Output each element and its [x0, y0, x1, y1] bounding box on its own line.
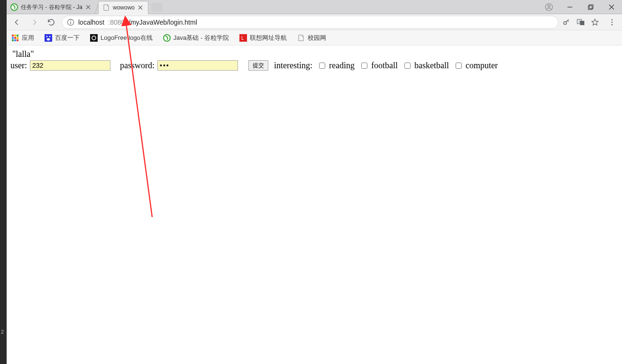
interesting-label: interesting: [274, 61, 312, 71]
checkbox-computer[interactable] [456, 63, 462, 69]
svg-point-0 [11, 4, 18, 10]
tab-1-title: wowowo [113, 4, 135, 11]
menu-icon[interactable] [608, 18, 616, 27]
gutter-line-number: 2 [1, 329, 4, 335]
svg-rect-7 [70, 22, 71, 24]
svg-point-14 [612, 24, 613, 25]
maximize-button[interactable] [580, 0, 601, 14]
user-input[interactable] [30, 60, 110, 71]
address-bar-row: localhost:8080/myJavaWeb/login.html 文 [7, 14, 622, 30]
svg-rect-4 [589, 5, 593, 9]
logofree-icon [90, 34, 98, 42]
bookmark-lenovo-label: 联想网址导航 [250, 34, 287, 42]
svg-rect-3 [588, 6, 592, 9]
omnibox-actions: 文 [562, 18, 618, 27]
bookmark-logofree-label: LogoFree logo在线 [101, 34, 153, 42]
svg-rect-24 [45, 34, 52, 42]
bookmark-java[interactable]: Java基础 - 谷粒学院 [163, 34, 229, 42]
bookmark-campus-label: 校园网 [308, 34, 326, 42]
tab-0-close-icon[interactable] [85, 4, 91, 10]
svg-rect-28 [90, 34, 98, 42]
lenovo-icon: L [239, 34, 247, 42]
new-tab-button[interactable] [151, 3, 163, 11]
url-host: localhost [78, 18, 104, 26]
tab-1[interactable]: wowowo [98, 1, 148, 14]
svg-point-8 [564, 21, 567, 24]
reload-button[interactable] [45, 16, 58, 29]
svg-text:L: L [241, 36, 244, 41]
svg-rect-22 [14, 39, 16, 41]
checkbox-basketball-label: basketball [414, 61, 449, 71]
gulixueyuan-icon [163, 34, 171, 42]
svg-point-30 [164, 35, 170, 41]
login-form: user: password: 提交 interesting: reading … [9, 60, 622, 71]
svg-rect-21 [12, 39, 14, 41]
forward-button[interactable] [27, 16, 41, 29]
apps-shortcut[interactable]: 应用 [11, 34, 34, 42]
apps-grid-icon [11, 34, 19, 42]
svg-text:文: 文 [578, 19, 581, 23]
checkbox-reading-label: reading [329, 61, 355, 71]
svg-point-13 [612, 21, 613, 23]
bookmark-logofree[interactable]: LogoFree logo在线 [90, 34, 153, 42]
heading-text: "lalla" [9, 48, 622, 60]
bookmark-baidu[interactable]: 百度一下 [45, 34, 80, 42]
page-file-icon [297, 34, 305, 42]
password-input[interactable] [157, 60, 238, 71]
checkbox-reading[interactable] [319, 63, 325, 69]
editor-gutter: 2 [0, 0, 7, 364]
baidu-icon [45, 34, 52, 42]
bookmark-baidu-label: 百度一下 [55, 34, 80, 42]
svg-rect-18 [12, 37, 14, 39]
checkbox-football[interactable] [361, 63, 367, 69]
profile-icon[interactable] [539, 0, 559, 14]
checkbox-basketball[interactable] [404, 63, 411, 69]
svg-point-12 [612, 19, 613, 20]
bookmark-java-label: Java基础 - 谷粒学院 [174, 34, 229, 42]
svg-point-25 [46, 36, 48, 37]
svg-point-27 [47, 38, 50, 40]
tab-0-title: 任务学习 - 谷粒学院 - Ja [21, 3, 82, 11]
password-label: password: [120, 61, 155, 71]
tab-0[interactable]: 任务学习 - 谷粒学院 - Ja [7, 0, 96, 14]
svg-rect-19 [14, 37, 16, 39]
close-window-button[interactable] [601, 0, 622, 14]
omnibox[interactable]: localhost:8080/myJavaWeb/login.html [62, 16, 558, 29]
apps-label: 应用 [22, 34, 34, 42]
translate-icon[interactable]: 文 [576, 18, 585, 27]
browser-window: 任务学习 - 谷粒学院 - Ja wowowo [7, 0, 622, 364]
key-icon[interactable] [562, 18, 571, 27]
page-content: "lalla" user: password: 提交 interesting: … [7, 46, 622, 71]
url-port: :8080 [108, 18, 125, 26]
bookmark-star-icon[interactable] [591, 18, 599, 27]
submit-button[interactable]: 提交 [248, 60, 268, 71]
svg-rect-23 [17, 39, 18, 41]
svg-point-2 [548, 5, 550, 7]
svg-rect-15 [12, 35, 14, 36]
svg-rect-16 [14, 35, 16, 36]
site-info-icon[interactable] [67, 18, 74, 26]
back-button[interactable] [10, 16, 24, 29]
favicon-tab-1 [102, 4, 110, 11]
window-controls [539, 0, 622, 14]
svg-point-26 [49, 36, 51, 37]
checkbox-football-label: football [371, 61, 398, 71]
tab-strip: 任务学习 - 谷粒学院 - Ja wowowo [7, 0, 622, 14]
checkbox-computer-label: computer [466, 61, 498, 71]
bookmark-lenovo[interactable]: L 联想网址导航 [239, 34, 287, 42]
svg-point-6 [70, 20, 71, 21]
url-path: /myJavaWeb/login.html [128, 18, 197, 26]
tab-1-close-icon[interactable] [137, 5, 143, 10]
minimize-button[interactable] [559, 0, 580, 14]
svg-rect-17 [17, 35, 18, 36]
svg-rect-20 [17, 37, 18, 39]
bookmark-campus[interactable]: 校园网 [297, 34, 326, 42]
bookmarks-bar: 应用 百度一下 LogoFree logo在线 Java基础 - 谷粒学院 L … [7, 30, 622, 46]
user-label: user: [10, 61, 27, 71]
favicon-tab-0 [10, 3, 18, 11]
